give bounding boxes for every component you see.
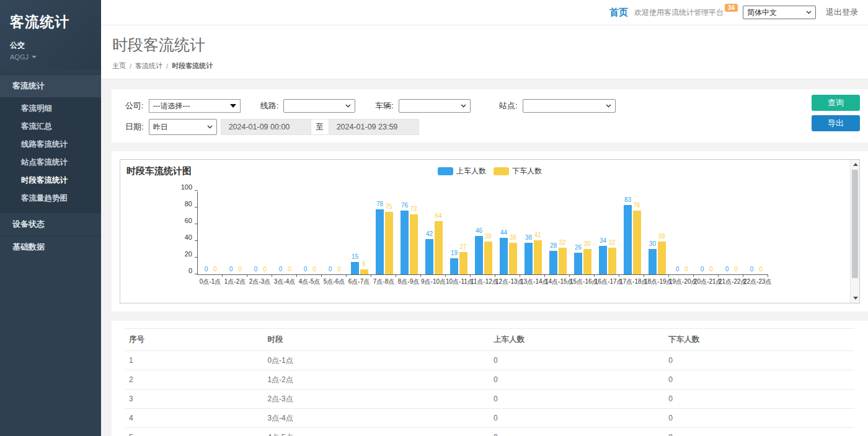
legend-label: 下车人数 [512, 166, 542, 177]
breadcrumb-section[interactable]: 客流统计 [135, 61, 162, 71]
bar-value-label: 15 [352, 253, 358, 260]
scrollbar-thumb[interactable] [852, 170, 858, 278]
caret-down-icon [32, 56, 37, 58]
sidebar-item-passenger-detail[interactable]: 客流明细 [0, 100, 101, 118]
date-preset-select[interactable]: 昨日 [149, 119, 217, 135]
main-area: 首页 欢迎使用客流统计管理平台 34 简体中文 退出登录 时段客流统计 主页 /… [101, 0, 868, 436]
x-axis-label: 20点-21点 [694, 277, 719, 286]
chevron-down-icon [806, 11, 812, 14]
y-tick-label: 60 [185, 217, 192, 224]
bar-value-label: 38 [509, 234, 516, 241]
bar-value-label: 0 [337, 266, 341, 272]
cell-alighting: 0 [665, 409, 854, 428]
x-axis-label: 4点-5点 [297, 277, 322, 286]
sidebar-item-passenger-summary[interactable]: 客流汇总 [0, 118, 101, 136]
query-button[interactable]: 查询 [812, 95, 860, 111]
y-tick-label: 0 [188, 267, 192, 274]
x-axis-label: 3点-4点 [272, 277, 297, 286]
bar-value-label: 0 [205, 266, 208, 272]
x-tick-mark [470, 274, 471, 277]
x-tick-mark [668, 274, 669, 277]
x-tick-mark [247, 274, 247, 277]
home-link[interactable]: 首页 [609, 7, 628, 19]
company-select[interactable]: ---请选择--- [149, 99, 241, 113]
legend-item[interactable]: 上车人数 [438, 166, 486, 177]
table-row: 32点-3点00 [125, 390, 854, 409]
x-axis-label: 13点-14点 [520, 277, 545, 286]
bar-alighting [509, 243, 517, 274]
export-button[interactable]: 导出 [812, 115, 860, 131]
cell-timeslot: 1点-2点 [264, 370, 490, 390]
bar-alighting [559, 248, 567, 274]
scroll-down-icon[interactable] [851, 294, 860, 303]
cell-alighting: 0 [665, 370, 854, 390]
cell-index: 5 [125, 428, 264, 436]
bar-value-label: 0 [684, 266, 688, 272]
sidebar-group-base-data[interactable]: 基础数据 [0, 235, 101, 258]
bar-value-label: 32 [559, 239, 565, 246]
date-to-input[interactable] [329, 119, 419, 135]
bar-value-label: 64 [435, 212, 441, 219]
language-select[interactable]: 简体中文 [743, 6, 816, 19]
y-tick-label: 20 [185, 250, 192, 258]
bar-boarding [599, 246, 607, 274]
sidebar-item-station-stats[interactable]: 站点客流统计 [0, 154, 101, 172]
breadcrumb-current: 时段客流统计 [172, 61, 213, 71]
bar-value-label: 39 [484, 233, 491, 240]
bar-boarding [500, 238, 508, 274]
user-dropdown[interactable]: AQGJ [10, 53, 91, 61]
sidebar-nav: 客流统计 客流明细 客流汇总 线路客流统计 站点客流统计 时段客流统计 客流量趋… [0, 74, 101, 258]
cell-timeslot: 4点-5点 [264, 428, 490, 436]
bar-value-label: 6 [362, 261, 366, 268]
col-header-index: 序号 [125, 329, 264, 351]
x-axis-label: 14点-15点 [545, 277, 570, 286]
legend-label: 上车人数 [456, 166, 486, 177]
cell-boarding: 0 [490, 351, 665, 370]
line-select[interactable] [283, 99, 355, 113]
scroll-up-icon[interactable] [851, 160, 860, 169]
date-from-input[interactable] [221, 119, 311, 135]
x-tick-mark [619, 274, 619, 277]
logout-link[interactable]: 退出登录 [826, 7, 858, 18]
table-row: 43点-4点00 [125, 409, 854, 428]
company-select-value: ---请选择--- [153, 101, 190, 111]
bar-value-label: 0 [279, 266, 283, 272]
sidebar-group-device-status[interactable]: 设备状态 [0, 212, 101, 235]
table-row: 54点-5点00 [125, 428, 854, 436]
chart-plot: 0204060801000点-1点001点-2点002点-3点003点-4点00… [197, 191, 768, 275]
x-axis-label: 2点-3点 [247, 277, 272, 286]
bar-value-label: 76 [633, 202, 640, 209]
y-tick-mark [195, 274, 198, 274]
chart-container: 时段车流统计图 上车人数下车人数 0204060801000点-1点001点-2… [120, 159, 860, 303]
y-tick-mark [195, 240, 198, 241]
breadcrumb-home[interactable]: 主页 [112, 61, 126, 71]
x-axis-label: 6点-7点 [347, 277, 371, 286]
cell-timeslot: 2点-3点 [264, 390, 490, 409]
bar-alighting [608, 248, 616, 274]
station-select[interactable] [523, 99, 616, 113]
app-logo: 客流统计 [10, 12, 91, 32]
table-panel: 序号 时段 上车人数 下车人数 10点-1点00 21点-2点00 32点-3点… [112, 321, 868, 436]
bar-value-label: 0 [288, 266, 291, 272]
sidebar-item-trend-chart[interactable]: 客流量趋势图 [0, 190, 101, 207]
sidebar-group-passenger-stats[interactable]: 客流统计 [0, 74, 101, 97]
sidebar-item-line-stats[interactable]: 线路客流统计 [0, 136, 101, 154]
legend-item[interactable]: 下车人数 [494, 166, 542, 177]
welcome-text: 欢迎使用客流统计管理平台 [634, 7, 724, 18]
sidebar-item-timeslot-stats[interactable]: 时段客流统计 [0, 172, 101, 190]
x-tick-mark [768, 274, 768, 277]
line-label: 线路: [260, 100, 279, 111]
bar-boarding [525, 243, 533, 274]
station-label: 站点: [499, 100, 518, 111]
x-axis-label: 10点-11点 [446, 277, 471, 286]
cell-timeslot: 0点-1点 [264, 351, 490, 370]
vehicle-select[interactable] [399, 99, 471, 113]
y-tick-label: 100 [181, 183, 192, 191]
chart-scrollbar[interactable] [850, 160, 859, 303]
y-tick-mark [195, 224, 198, 224]
bar-value-label: 0 [263, 266, 267, 272]
x-axis-label: 18点-19点 [644, 277, 669, 286]
bar-value-label: 38 [525, 234, 532, 241]
bar-alighting [435, 221, 443, 274]
x-tick-mark [594, 274, 595, 277]
